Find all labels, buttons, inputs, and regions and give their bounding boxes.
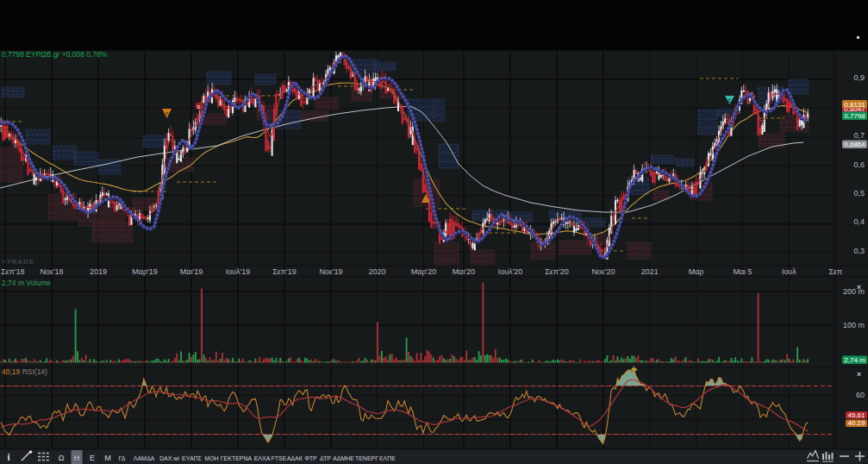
svg-text:ΦΤΡ: ΦΤΡ	[304, 455, 317, 461]
svg-text:0,4: 0,4	[853, 217, 865, 226]
svg-text:×: ×	[857, 370, 861, 379]
svg-text:0,8131: 0,8131	[844, 101, 865, 109]
svg-text:Ω: Ω	[59, 454, 65, 462]
svg-text:ΛΑΜΔΑ: ΛΑΜΔΑ	[134, 455, 155, 461]
svg-text:DAX.wi: DAX.wi	[159, 455, 179, 461]
svg-text:0,7798: 0,7798	[844, 112, 865, 120]
svg-text:45,61: 45,61	[847, 411, 865, 419]
svg-text:Σεπ: Σεπ	[828, 267, 842, 276]
svg-text:ΕΛΠΕ: ΕΛΠΕ	[379, 455, 396, 461]
svg-text:2,74 m Volume: 2,74 m Volume	[2, 279, 51, 287]
svg-text:ΔΤΡ: ΔΤΡ	[320, 455, 332, 461]
svg-text:Νοε'19: Νοε'19	[319, 267, 342, 276]
svg-text:Μαρ: Μαρ	[689, 267, 704, 276]
svg-text:=TRADE: =TRADE	[2, 258, 34, 266]
svg-text:0,5: 0,5	[853, 189, 865, 198]
svg-text:ΑΔΑΚ: ΑΔΑΚ	[287, 455, 303, 461]
svg-text:×: ×	[857, 283, 861, 292]
svg-text:ΕΛΧΑ: ΕΛΧΑ	[254, 455, 271, 461]
svg-text:2020: 2020	[368, 267, 385, 276]
svg-text:ΓΕΚΤΕΡΝΑ: ΓΕΚΤΕΡΝΑ	[221, 455, 253, 461]
svg-text:C: C	[727, 98, 732, 103]
svg-text:0,6864: 0,6864	[844, 141, 865, 148]
svg-text:i: i	[7, 452, 9, 462]
svg-text:Μαι 5: Μαι 5	[733, 267, 752, 276]
svg-text:2,74 m: 2,74 m	[844, 356, 865, 364]
svg-text:0,7: 0,7	[853, 131, 865, 140]
svg-text:Σεπ'19: Σεπ'19	[272, 267, 297, 276]
svg-text:0,9: 0,9	[853, 73, 865, 82]
svg-text:40,19: 40,19	[847, 419, 865, 427]
svg-text:Ιουλ'20: Ιουλ'20	[498, 267, 523, 276]
svg-text:Νοε'20: Νοε'20	[591, 267, 615, 276]
svg-text:Ιουλ: Ιουλ	[782, 267, 796, 276]
svg-text:0,6: 0,6	[853, 160, 865, 169]
svg-text:2021: 2021	[641, 267, 659, 276]
svg-text:Σεπ'18: Σεπ'18	[1, 267, 25, 276]
svg-text:40,19 RSI(14): 40,19 RSI(14)	[2, 367, 47, 376]
svg-text:FTSE: FTSE	[272, 455, 287, 461]
svg-text:Η: Η	[74, 454, 80, 462]
svg-text:Μαι'20: Μαι'20	[453, 267, 475, 276]
svg-text:100 m: 100 m	[843, 321, 865, 329]
svg-text:Μαρ'19: Μαρ'19	[132, 267, 158, 276]
svg-text:60: 60	[856, 391, 865, 399]
svg-text:0,7798 ΕΥΡΩΒ.gr +0,008 0,78%: 0,7798 ΕΥΡΩΒ.gr +0,008 0,78%	[2, 50, 108, 59]
svg-text:2019: 2019	[90, 267, 107, 276]
svg-text:Μ: Μ	[104, 454, 111, 462]
svg-text:200 m: 200 m	[843, 287, 865, 296]
svg-text:0,3: 0,3	[853, 247, 865, 255]
svg-text:Μαρ'20: Μαρ'20	[411, 267, 437, 276]
svg-text:ΕΥΑΠΣ: ΕΥΑΠΣ	[182, 455, 203, 461]
svg-text:ΑΔΜΗΕ: ΑΔΜΗΕ	[333, 455, 354, 461]
svg-text:S: S	[197, 104, 200, 110]
svg-text:Ε: Ε	[90, 454, 95, 462]
svg-text:F: F	[165, 111, 169, 116]
svg-text:ΜΟΗ: ΜΟΗ	[204, 455, 218, 461]
svg-text:ΓΔ: ΓΔ	[119, 455, 126, 461]
svg-text:Νοε'18: Νοε'18	[40, 267, 63, 276]
svg-text:ΤΕΝΕΡΓ: ΤΕΝΕΡΓ	[355, 455, 378, 461]
svg-text:Μαι'19: Μαι'19	[180, 267, 203, 276]
svg-text:Σεπ'20: Σεπ'20	[545, 267, 569, 276]
svg-text:Ιουλ'19: Ιουλ'19	[226, 267, 251, 276]
